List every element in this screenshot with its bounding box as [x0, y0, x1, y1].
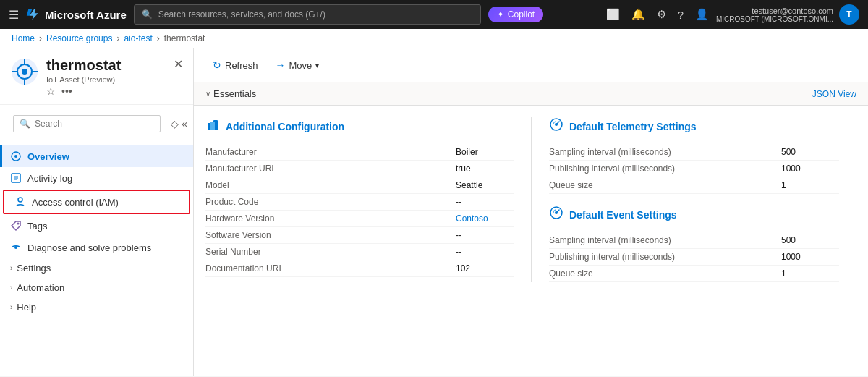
user-tenant: MICROSOFT (MICROSOFT.ONMI... — [716, 15, 833, 23]
resource-header: thermostat IoT Asset (Preview) ☆ ••• ✕ — [0, 48, 193, 105]
field-documentation-uri-label: Documentation URI — [205, 263, 456, 274]
mail-icon[interactable]: ⬜ — [606, 8, 620, 21]
field-model: Model Seattle — [205, 177, 514, 194]
default-event-title: Default Event Settings — [569, 209, 677, 221]
field-hardware-version-label: Hardware Version — [205, 213, 456, 224]
json-view-button[interactable]: JSON View — [812, 89, 856, 99]
copilot-sparkle-icon: ✦ — [497, 9, 504, 20]
event-publishing-interval: Publishing interval (milliseconds) 1000 — [549, 249, 839, 266]
field-hardware-version-value[interactable]: Contoso — [456, 213, 514, 224]
diagnose-icon — [10, 242, 22, 253]
sidebar-item-diagnose[interactable]: Diagnose and solve problems — [0, 237, 193, 258]
sidebar-nav-prev-icon[interactable]: ◇ — [171, 118, 179, 130]
sidebar-item-activity-log-label: Activity log — [27, 173, 72, 184]
telemetry-sampling-interval-value: 500 — [781, 147, 839, 157]
essentials-chevron-icon[interactable]: ∨ — [205, 90, 210, 98]
default-event-header: Default Event Settings — [549, 206, 839, 224]
telemetry-queue-size-label: Queue size — [549, 180, 781, 190]
breadcrumb-sep-2: › — [116, 33, 119, 43]
favorite-star-icon[interactable]: ☆ — [46, 85, 56, 97]
activity-log-icon — [10, 172, 22, 184]
svg-point-15 — [17, 223, 20, 225]
user-avatar[interactable]: T — [839, 4, 859, 25]
sidebar-collapse-icon[interactable]: « — [182, 118, 187, 130]
telemetry-queue-size-value: 1 — [781, 180, 839, 190]
more-options-icon[interactable]: ••• — [61, 85, 72, 97]
sidebar-group-automation[interactable]: › Automation — [0, 278, 193, 297]
telemetry-publishing-interval-value: 1000 — [781, 164, 839, 174]
field-manufacturer-uri-value: true — [456, 164, 514, 174]
field-product-code-label: Product Code — [205, 197, 456, 207]
top-navigation: ☰ Microsoft Azure 🔍 Search resources, se… — [0, 0, 868, 29]
sidebar-item-activity-log[interactable]: Activity log — [0, 167, 193, 189]
main-layout: thermostat IoT Asset (Preview) ☆ ••• ✕ 🔍… — [0, 48, 868, 376]
resource-type: IoT Asset (Preview) — [46, 75, 166, 84]
bell-icon[interactable]: 🔔 — [631, 8, 645, 21]
sidebar-item-overview-label: Overview — [27, 151, 69, 162]
svg-marker-14 — [12, 221, 20, 230]
sections-grid: Additional Configuration Manufacturer Bo… — [194, 106, 868, 294]
sidebar-group-settings[interactable]: › Settings — [0, 258, 193, 278]
default-telemetry-fields: Sampling interval (milliseconds) 500 Pub… — [549, 144, 839, 194]
global-search-placeholder: Search resources, services, and docs (G+… — [158, 9, 326, 20]
field-software-version: Software Version -- — [205, 227, 514, 244]
move-icon: → — [276, 59, 286, 71]
help-icon[interactable]: ? — [678, 9, 684, 21]
additional-config-icon — [205, 117, 220, 135]
settings-icon[interactable]: ⚙ — [657, 8, 666, 21]
breadcrumb-sep-3: › — [157, 33, 160, 43]
refresh-button[interactable]: ↻ Refresh — [205, 56, 265, 75]
event-publishing-interval-value: 1000 — [781, 252, 839, 262]
right-section: Default Telemetry Settings Sampling inte… — [531, 117, 856, 282]
sidebar-item-tags[interactable]: Tags — [0, 215, 193, 237]
event-sampling-interval-value: 500 — [781, 235, 839, 245]
essentials-label: Essentials — [213, 88, 256, 99]
resource-header-actions: ☆ ••• — [46, 85, 166, 97]
user-email: testuser@contoso.com — [716, 7, 833, 15]
field-manufacturer-label: Manufacturer — [205, 147, 456, 157]
help-chevron-icon: › — [10, 303, 12, 311]
sidebar-item-overview[interactable]: Overview — [0, 145, 193, 167]
field-manufacturer-uri-label: Manufacturer URI — [205, 164, 456, 174]
global-search-bar[interactable]: 🔍 Search resources, services, and docs (… — [134, 4, 481, 25]
hamburger-menu[interactable]: ☰ — [9, 8, 19, 22]
svg-rect-19 — [210, 122, 215, 130]
sidebar-group-help-label: Help — [17, 302, 36, 313]
field-documentation-uri-value: 102 — [456, 263, 514, 274]
move-chevron-icon: ▾ — [315, 62, 319, 69]
sidebar-nav: Overview Activity log Access control (IA… — [0, 143, 193, 320]
content-toolbar: ↻ Refresh → Move ▾ — [194, 48, 868, 82]
sidebar-search[interactable]: 🔍 — [13, 115, 161, 132]
overview-icon — [10, 151, 22, 162]
breadcrumb-aio-test[interactable]: aio-test — [124, 33, 152, 43]
access-control-icon — [14, 196, 26, 208]
field-documentation-uri: Documentation URI 102 — [205, 260, 514, 277]
breadcrumb-home[interactable]: Home — [12, 33, 35, 43]
user-info: testuser@contoso.com MICROSOFT (MICROSOF… — [716, 4, 859, 25]
breadcrumb-sep-1: › — [39, 33, 42, 43]
tags-icon — [10, 220, 22, 232]
move-label: Move — [289, 60, 312, 71]
sidebar: thermostat IoT Asset (Preview) ☆ ••• ✕ 🔍… — [0, 48, 194, 376]
sidebar-group-settings-label: Settings — [17, 263, 51, 274]
default-event-fields: Sampling interval (milliseconds) 500 Pub… — [549, 232, 839, 282]
additional-config-fields: Manufacturer Boiler Manufacturer URI tru… — [205, 144, 514, 277]
field-software-version-value: -- — [456, 230, 514, 240]
event-queue-size: Queue size 1 — [549, 266, 839, 282]
sidebar-search-input[interactable] — [35, 119, 154, 129]
move-button[interactable]: → Move ▾ — [268, 56, 327, 75]
close-button[interactable]: ✕ — [174, 57, 183, 71]
sidebar-group-automation-label: Automation — [17, 282, 64, 293]
telemetry-queue-size: Queue size 1 — [549, 177, 839, 194]
additional-config-title: Additional Configuration — [226, 121, 344, 132]
sidebar-group-help[interactable]: › Help — [0, 297, 193, 317]
copilot-button[interactable]: ✦ Copilot — [488, 7, 543, 22]
field-hardware-version: Hardware Version Contoso — [205, 211, 514, 227]
field-serial-number-label: Serial Number — [205, 247, 456, 257]
breadcrumb-resource-groups[interactable]: Resource groups — [46, 33, 112, 43]
svg-point-21 — [555, 123, 558, 126]
account-icon[interactable]: 👤 — [695, 8, 709, 21]
sidebar-item-access-control[interactable]: Access control (IAM) — [3, 190, 190, 214]
resource-title-wrap: thermostat IoT Asset (Preview) ☆ ••• — [46, 57, 166, 97]
additional-config-section: Additional Configuration Manufacturer Bo… — [205, 117, 531, 282]
